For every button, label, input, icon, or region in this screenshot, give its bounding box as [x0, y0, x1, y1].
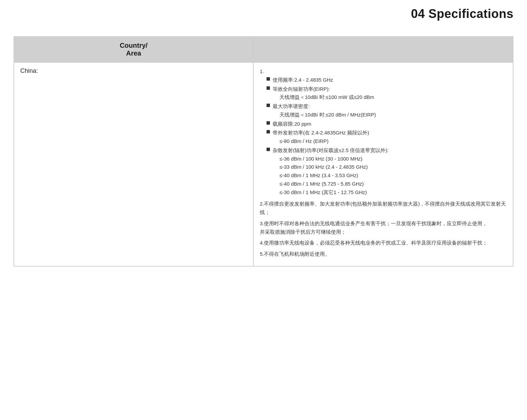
bullet-item: 杂散发射(辐射)功率(对应载波±2.5 倍信道带宽以外): ≤-36 dBm /…	[267, 146, 507, 197]
bullet-text: 等效全向辐射功率(EIRP): 天线增益＜10dBi 时:≤100 mW 或≤2…	[273, 85, 507, 102]
item1-number: 1.	[260, 68, 264, 74]
bullet-item: 载频容限:20 ppm	[267, 120, 507, 128]
bullet-group: 使用频率:2.4 - 2.4835 GHz 等效全向辐射功率(EIRP): 天线…	[267, 76, 507, 197]
sub-item: ≤-33 dBm / 100 kHz (2.4 - 2.4835 GHz)	[279, 164, 368, 170]
country-cell: China:	[14, 62, 253, 266]
item1-section: 1. 使用频率:2.4 - 2.4835 GHz	[260, 67, 507, 196]
bullet-icon	[267, 104, 270, 107]
bullet-icon	[267, 86, 270, 90]
bullet-icon	[267, 130, 270, 133]
page-title: 04 Specifications	[411, 7, 513, 21]
numbered-items-section: 2.不得擅自更改发射频率、加大发射功率(包括额外加装射频功率放大器)，不得擅自外…	[260, 200, 507, 258]
bullet-icon	[267, 121, 270, 125]
bullet-item: 使用频率:2.4 - 2.4835 GHz	[267, 76, 507, 84]
country-area-header: Country/ Area	[14, 37, 253, 62]
specs-cell: 1. 使用频率:2.4 - 2.4835 GHz	[253, 62, 513, 266]
bullet-item: 最大功率谱密度: 天线增益＜10dBi 时:≤20 dBm / MHz(EIRP…	[267, 102, 507, 119]
bullet-text: 带外发射功率(在 2.4-2.4835GHz 频段以外) ≤-80 dBm / …	[273, 129, 507, 146]
bullet-item: 带外发射功率(在 2.4-2.4835GHz 频段以外) ≤-80 dBm / …	[267, 129, 507, 146]
bullet-item: 等效全向辐射功率(EIRP): 天线增益＜10dBi 时:≤100 mW 或≤2…	[267, 85, 507, 102]
table-row: China: 1. 使用频率:2.4 - 2.4835 GHz	[14, 62, 513, 266]
specs-header	[253, 37, 513, 62]
numbered-item-5: 5.不得在飞机和机场附近使用。	[260, 250, 507, 258]
sub-item: ≤-40 dBm / 1 MHz (5.725 - 5.85 GHz)	[279, 181, 364, 187]
numbered-item-4: 4.使用微功率无线电设备，必须忍受各种无线电业务的干扰或工业、科学及医疗应用设备…	[260, 239, 507, 247]
sub-item: ≤-36 dBm / 100 kHz (30 - 1000 MHz)	[279, 156, 362, 162]
page-header: 04 Specifications	[0, 0, 527, 26]
bullet-text: 杂散发射(辐射)功率(对应载波±2.5 倍信道带宽以外): ≤-36 dBm /…	[273, 146, 507, 197]
sub-item: ≤-80 dBm / Hz (EIRP)	[279, 138, 329, 144]
numbered-item-2: 2.不得擅自更改发射频率、加大发射功率(包括额外加装射频功率放大器)，不得擅自外…	[260, 200, 507, 217]
numbered-item-3: 3.使用时不得对各种合法的无线电通信业务产生有害干扰；一旦发现有干扰现象时，应立…	[260, 219, 507, 236]
page-content: Country/ Area China: 1. 使用频率:2.	[0, 26, 527, 277]
bullet-icon	[267, 77, 270, 81]
specs-table: Country/ Area China: 1. 使用频率:2.	[14, 36, 513, 267]
bullet-icon	[267, 148, 270, 151]
bullet-text: 载频容限:20 ppm	[273, 120, 507, 128]
sub-item: ≤-40 dBm / 1 MHz (3.4 - 3.53 GHz)	[279, 172, 358, 178]
sub-item: 天线增益＜10dBi 时:≤20 dBm / MHz(EIRP)	[279, 112, 376, 118]
sub-item: ≤-30 dBm / 1 MHz (其它1 - 12.75 GHz)	[279, 189, 367, 195]
sub-item: 天线增益＜10dBi 时:≤100 mW 或≤20 dBm	[279, 94, 374, 100]
bullet-text: 最大功率谱密度: 天线增益＜10dBi 时:≤20 dBm / MHz(EIRP…	[273, 102, 507, 119]
bullet-text: 使用频率:2.4 - 2.4835 GHz	[273, 76, 507, 84]
